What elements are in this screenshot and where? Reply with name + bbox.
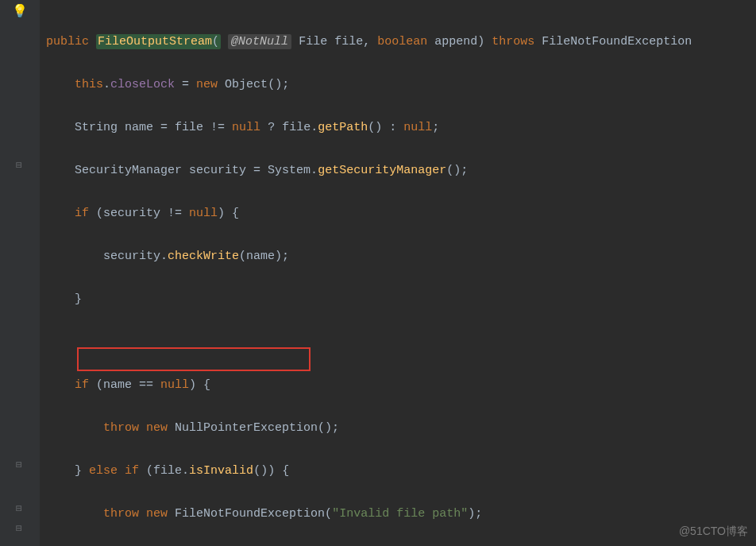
code-line: } else if (file.isInvalid()) { [46,460,756,482]
code-content[interactable]: public FileOutputStream( @NotNull File f… [40,0,756,546]
watermark-text: @51CTO博客 [679,521,748,542]
keyword-public: public [46,35,89,48]
fold-marker-icon[interactable]: ⊟ [16,498,22,520]
code-editor: 💡 ⊟ ⊟ ⊟ ⊟ public FileOutputStream( @NotN… [0,0,756,546]
fold-marker-icon[interactable]: ⊟ [16,518,22,540]
code-line: if (name == null) { [46,374,756,396]
editor-gutter: 💡 ⊟ ⊟ ⊟ ⊟ [0,0,40,546]
code-line: public FileOutputStream( @NotNull File f… [46,31,756,52]
fold-marker-icon[interactable]: ⊟ [16,155,22,176]
annotation-notnull: @NotNull [228,34,291,49]
code-line: this.closeLock = new Object(); [46,74,756,95]
code-line: if (security != null) { [46,203,756,224]
code-line: SecurityManager security = System.getSec… [46,160,756,181]
lightbulb-icon[interactable]: 💡 [16,8,24,16]
code-line: String name = file != null ? file.getPat… [46,117,756,138]
code-line: throw new FileNotFoundException("Invalid… [46,503,756,525]
code-line: } [46,288,756,310]
code-line: throw new NullPointerException(); [46,417,756,439]
method-signature: FileOutputStream( [96,34,221,49]
fold-marker-icon[interactable]: ⊟ [16,455,22,476]
code-line: security.checkWrite(name); [46,246,756,267]
code-line [46,331,756,353]
